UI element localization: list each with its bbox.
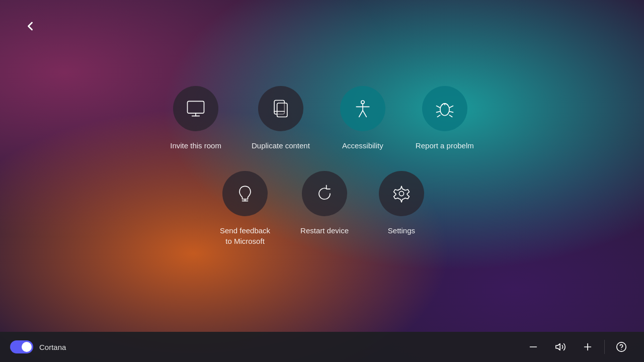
invite-room-label: Invite this room [170, 140, 221, 151]
restart-device-item[interactable]: Restart device [300, 171, 349, 236]
taskbar-right [521, 336, 634, 358]
send-feedback-icon-circle [222, 171, 268, 216]
plus-icon [582, 341, 593, 352]
cortana-label: Cortana [39, 343, 66, 351]
duplicate-content-label: Duplicate content [252, 140, 310, 151]
back-button[interactable] [20, 16, 40, 36]
settings-icon [390, 183, 413, 205]
duplicate-content-item[interactable]: Duplicate content [252, 86, 310, 151]
accessibility-label: Accessibility [342, 140, 383, 151]
svg-point-21 [399, 191, 404, 196]
icon-row-1: Invite this room Duplicate content [170, 86, 474, 151]
tablet-icon [270, 98, 292, 120]
lightbulb-icon [234, 183, 256, 205]
cortana-section: Cortana [10, 340, 66, 353]
settings-item[interactable]: Settings [379, 171, 424, 236]
svg-rect-4 [277, 103, 287, 117]
duplicate-content-icon-circle [258, 86, 303, 131]
svg-marker-23 [556, 344, 560, 350]
minus-icon [528, 341, 539, 352]
help-button[interactable] [609, 336, 634, 358]
main-content: Invite this room Duplicate content [0, 0, 644, 362]
monitor-icon [185, 98, 207, 120]
restart-icon [313, 183, 336, 205]
volume-icon [555, 341, 566, 352]
svg-point-11 [440, 103, 449, 115]
send-feedback-label: Send feedback to Microsoft [220, 225, 270, 246]
taskbar: Cortana [0, 332, 644, 362]
svg-line-17 [449, 115, 452, 117]
report-problem-label: Report a probelm [416, 140, 474, 151]
svg-point-6 [361, 100, 364, 103]
svg-rect-0 [188, 101, 204, 113]
taskbar-divider [604, 340, 605, 354]
accessibility-icon [352, 98, 374, 120]
report-problem-item[interactable]: Report a probelm [416, 86, 474, 151]
cortana-toggle[interactable] [10, 340, 33, 353]
invite-room-item[interactable]: Invite this room [170, 86, 221, 151]
svg-line-15 [449, 111, 453, 112]
svg-line-9 [359, 110, 363, 117]
accessibility-item[interactable]: Accessibility [340, 86, 385, 151]
icon-row-2: Send feedback to Microsoft Restart devic… [220, 171, 424, 246]
settings-icon-circle [379, 171, 424, 216]
volume-down-button[interactable] [521, 336, 546, 358]
svg-line-16 [437, 115, 440, 117]
svg-line-12 [436, 106, 440, 108]
volume-button[interactable] [548, 336, 573, 358]
report-problem-icon-circle [422, 86, 467, 131]
restart-device-label: Restart device [300, 225, 349, 236]
help-icon [616, 341, 627, 352]
settings-label: Settings [388, 225, 415, 236]
svg-point-26 [617, 342, 626, 351]
svg-line-10 [363, 110, 366, 117]
svg-line-13 [449, 106, 453, 108]
restart-device-icon-circle [302, 171, 347, 216]
invite-room-icon-circle [173, 86, 218, 131]
toggle-knob [22, 342, 32, 352]
send-feedback-item[interactable]: Send feedback to Microsoft [220, 171, 270, 246]
add-button[interactable] [575, 336, 600, 358]
svg-line-14 [436, 111, 440, 112]
accessibility-icon-circle [340, 86, 385, 131]
bug-icon [434, 98, 456, 120]
